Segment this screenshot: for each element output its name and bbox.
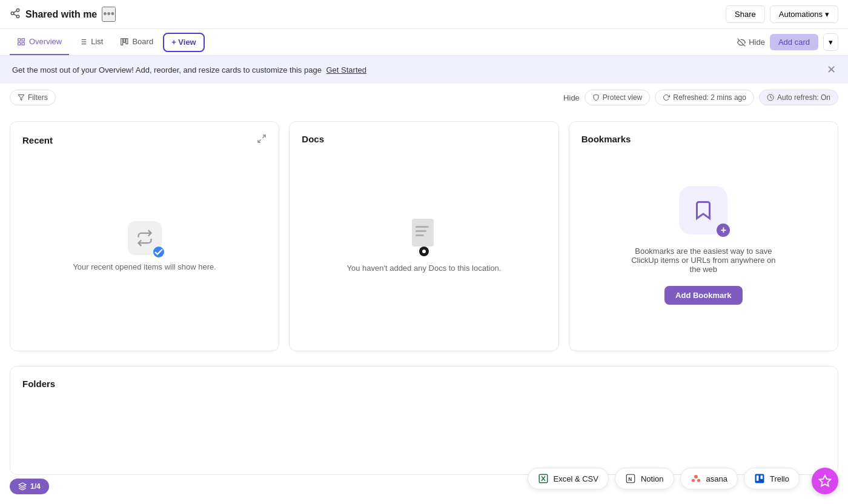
bookmarks-card: Bookmarks + Bookmarks are the easiest wa… (569, 121, 838, 351)
svg-rect-8 (22, 42, 24, 45)
import-row: Excel & CSV N Notion asana Trello (528, 468, 800, 485)
recent-card-expand-button[interactable] (257, 134, 267, 146)
header-left: Shared with me ••• (10, 7, 116, 22)
add-bookmark-button[interactable]: Add Bookmark (664, 286, 742, 305)
recent-card: Recent Your recent opened items will sho… (10, 121, 279, 351)
share-button[interactable]: Share (726, 5, 765, 23)
filters-bar: Filters Hide Protect view Refreshed: 2 m… (0, 84, 848, 111)
protect-view-button[interactable]: Protect view (585, 90, 650, 105)
more-options-button[interactable]: ••• (102, 7, 116, 22)
main-content: Recent Your recent opened items will sho… (0, 111, 848, 485)
recent-card-header: Recent (22, 134, 267, 146)
page-title: Shared with me (25, 9, 97, 20)
recent-empty-icon (128, 221, 162, 255)
add-card-button[interactable]: Add card (770, 34, 818, 50)
tab-list[interactable]: List (71, 29, 110, 55)
svg-rect-34 (757, 476, 759, 481)
share-nodes-icon (10, 8, 21, 21)
svg-rect-15 (121, 38, 123, 45)
svg-rect-17 (126, 38, 128, 44)
svg-point-30 (694, 475, 698, 479)
svg-rect-7 (18, 42, 21, 45)
progress-badge[interactable]: 1/4 (10, 479, 49, 485)
bookmarks-card-header: Bookmarks (581, 134, 826, 144)
filters-hide-button[interactable]: Hide (563, 93, 580, 102)
svg-point-0 (16, 8, 19, 12)
svg-rect-25 (416, 230, 426, 232)
refresh-button[interactable]: Refreshed: 2 mins ago (655, 90, 754, 105)
svg-point-31 (691, 479, 694, 482)
hide-button[interactable]: Hide (737, 38, 765, 47)
import-excel-button[interactable]: Excel & CSV (528, 468, 609, 485)
banner: Get the most out of your Overview! Add, … (0, 56, 848, 84)
svg-point-2 (16, 15, 19, 18)
filters-bar-right: Hide Protect view Refreshed: 2 mins ago … (563, 90, 838, 105)
recent-checkmark-icon (153, 247, 164, 257)
tabs: Overview List Board + View (10, 29, 205, 55)
svg-rect-16 (124, 38, 125, 42)
header: Shared with me ••• Share Automations ▾ (0, 0, 848, 29)
svg-rect-23 (412, 219, 434, 247)
automations-button[interactable]: Automations ▾ (770, 5, 838, 23)
banner-text: Get the most out of your Overview! Add, … (12, 65, 366, 75)
docs-card-body: You haven't added any Docs to this locat… (302, 151, 546, 339)
svg-marker-36 (820, 476, 830, 485)
docs-empty-icon (409, 217, 439, 256)
svg-rect-24 (416, 226, 429, 228)
svg-point-1 (11, 12, 14, 15)
import-trello-button[interactable]: Trello (744, 468, 800, 485)
recent-card-title: Recent (22, 135, 53, 145)
tab-bar: Overview List Board + View Hide Add card… (0, 29, 848, 56)
cards-row: Recent Your recent opened items will sho… (10, 121, 838, 351)
filters-bar-left: Filters (10, 90, 56, 105)
svg-marker-19 (18, 95, 24, 101)
add-card-chevron[interactable]: ▾ (823, 33, 838, 51)
bookmark-plus-icon: + (717, 224, 730, 237)
banner-close-button[interactable]: ✕ (827, 63, 836, 76)
bookmarks-card-title: Bookmarks (581, 134, 631, 144)
svg-rect-35 (760, 476, 763, 479)
header-right: Share Automations ▾ (726, 5, 838, 23)
get-started-link[interactable]: Get Started (326, 65, 366, 75)
svg-rect-5 (18, 38, 21, 41)
hide-label: Hide (749, 38, 765, 47)
import-notion-button[interactable]: N Notion (615, 468, 674, 485)
svg-line-22 (258, 139, 261, 142)
import-asana-button[interactable]: asana (680, 468, 738, 485)
svg-rect-26 (416, 234, 424, 236)
svg-rect-6 (22, 38, 24, 41)
folders-title: Folders (22, 379, 826, 389)
recent-card-body: Your recent opened items will show here. (22, 153, 267, 339)
docs-card-title: Docs (302, 134, 324, 144)
filters-button[interactable]: Filters (10, 90, 56, 105)
docs-card-header: Docs (302, 134, 546, 144)
tabbar-right: Hide Add card ▾ (737, 33, 838, 51)
svg-line-21 (263, 135, 266, 138)
svg-line-4 (13, 10, 16, 12)
svg-line-3 (13, 14, 16, 16)
tab-overview[interactable]: Overview (10, 29, 69, 55)
svg-point-32 (697, 479, 700, 482)
bookmarks-card-body: + Bookmarks are the easiest way to save … (581, 151, 826, 339)
bookmark-icon: + (679, 186, 727, 234)
add-view-button[interactable]: + View (163, 33, 205, 52)
svg-text:N: N (628, 477, 632, 482)
auto-refresh-button[interactable]: Auto refresh: On (759, 90, 838, 105)
docs-card: Docs You haven't added any Docs to this … (289, 121, 558, 351)
docs-dot-icon (419, 247, 429, 256)
tab-board[interactable]: Board (113, 29, 161, 55)
folders-section: Folders (10, 366, 838, 475)
chevron-down-icon: ▾ (825, 10, 829, 19)
